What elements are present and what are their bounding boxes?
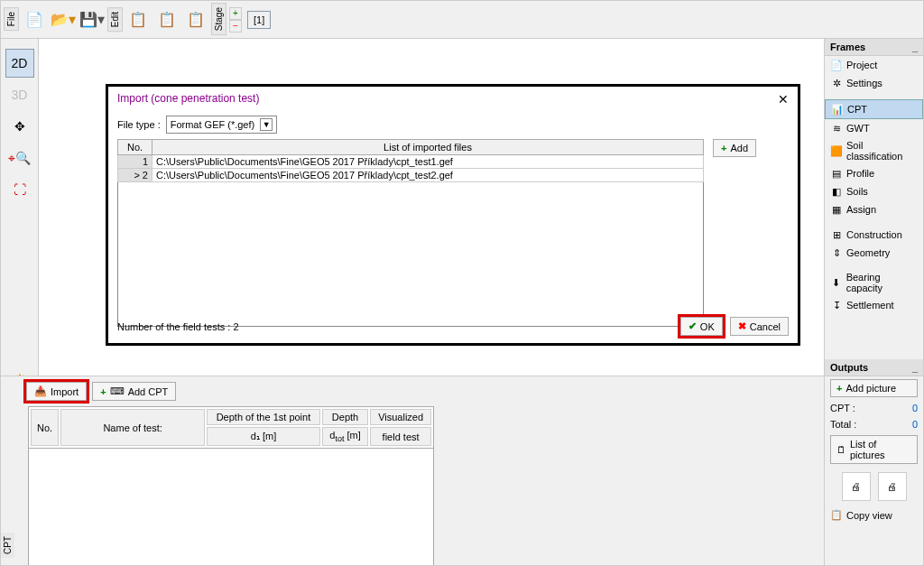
fit-icon[interactable]: ⛶ xyxy=(5,175,34,204)
cpt-count: CPT :0 xyxy=(825,400,923,416)
outputs-header: Outputs_ xyxy=(825,359,923,376)
add-picture-button[interactable]: + Add picture xyxy=(830,379,918,397)
frame-item-geometry[interactable]: ⇕Geometry xyxy=(825,244,923,262)
table-row[interactable]: 1C:\Users\Public\Documents\Fine\GEO5 201… xyxy=(118,155,704,169)
th-dtot-sub: dtot [m] xyxy=(322,427,368,446)
th-d1: Depth of the 1st point xyxy=(207,409,320,425)
frame-item-gwt[interactable]: ≋GWT xyxy=(825,119,923,137)
keyboard-icon: ⌨ xyxy=(110,385,125,397)
th-no: No. xyxy=(31,409,59,446)
field-test-count: Number of the field tests : 2 xyxy=(117,321,239,332)
frame-icon: ✲ xyxy=(830,77,843,89)
frame-icon: ⬇ xyxy=(830,276,843,289)
frame-item-soil-classification[interactable]: 🟧Soil classification xyxy=(825,137,923,164)
edit-tab[interactable]: Edit xyxy=(107,7,123,32)
import-icon: 📥 xyxy=(34,385,47,397)
frame-item-cpt[interactable]: 📊CPT xyxy=(825,99,923,119)
th-vis: Visualized xyxy=(370,409,431,425)
minimize-icon[interactable]: _ xyxy=(912,362,918,373)
th-no: No. xyxy=(118,140,152,155)
frame-item-construction[interactable]: ⊞Construction xyxy=(825,226,923,244)
frame-item-project[interactable]: 📄Project xyxy=(825,56,923,74)
open-icon[interactable]: 📂▾ xyxy=(50,6,77,33)
check-icon: ✔ xyxy=(688,320,697,332)
cpt-toolbar: 📥 Import + ⌨ Add CPT xyxy=(21,376,824,406)
print-icon[interactable]: 🖨 xyxy=(842,472,871,501)
file-type-label: File type : xyxy=(117,119,161,130)
right-panel: Frames_ 📄Project✲Settings📊CPT≋GWT🟧Soil c… xyxy=(824,39,923,565)
th-name: Name of test: xyxy=(60,409,205,446)
plus-icon: + xyxy=(836,383,842,394)
frames-header: Frames_ xyxy=(825,39,923,56)
file-tab[interactable]: File xyxy=(4,7,19,31)
frame-icon: 📊 xyxy=(831,103,844,116)
main-toolbar: File 📄 📂▾ 💾▾ Edit 📋 📋 📋 Stage + − [1] xyxy=(1,1,923,39)
list-icon: 🗒 xyxy=(836,444,846,455)
frame-icon: ◧ xyxy=(830,185,843,198)
stage-indicator[interactable]: [1] xyxy=(247,11,271,29)
th-list: List of imported files xyxy=(152,140,704,155)
table-row[interactable]: > 2C:\Users\Public\Documents\Fine\GEO5 2… xyxy=(118,169,704,182)
view-2d[interactable]: 2D xyxy=(5,49,34,78)
copy2-icon[interactable]: 📋 xyxy=(153,6,180,33)
minimize-icon[interactable]: _ xyxy=(912,42,918,52)
file-list-body xyxy=(117,182,704,327)
frame-icon: ▦ xyxy=(830,203,843,216)
frame-icon: ≋ xyxy=(830,122,843,135)
frame-item-settlement[interactable]: ↧Settlement xyxy=(825,296,923,314)
frame-item-settings[interactable]: ✲Settings xyxy=(825,74,923,92)
stage-add[interactable]: + xyxy=(229,7,242,20)
copy-view-button[interactable]: 📋 Copy view xyxy=(825,506,923,524)
cpt-panel: CPT 📥 Import + ⌨ Add CPT No. Name of tes… xyxy=(1,376,824,565)
frame-icon: ▤ xyxy=(830,167,843,180)
th-dtot: Depth xyxy=(322,409,368,425)
frame-icon: ↧ xyxy=(830,299,843,311)
stage-plusminus: + − xyxy=(229,7,242,32)
frame-icon: ⊞ xyxy=(830,228,843,241)
cpt-table-body xyxy=(28,449,434,566)
cpt-tab[interactable]: CPT xyxy=(1,533,14,558)
plus-icon: + xyxy=(721,143,726,153)
dialog-title: Import (cone penetration test) xyxy=(117,92,259,107)
copy1-icon[interactable]: 📋 xyxy=(125,6,152,33)
save-icon[interactable]: 💾▾ xyxy=(79,6,106,33)
add-button[interactable]: + Add xyxy=(713,139,756,157)
file-type-combo[interactable]: Format GEF (*.gef) ▼ xyxy=(166,116,278,134)
x-icon: ✖ xyxy=(738,320,746,332)
import-file-table: No. List of imported files 1C:\Users\Pub… xyxy=(117,139,704,182)
frame-item-assign[interactable]: ▦Assign xyxy=(825,200,923,218)
stage-remove[interactable]: − xyxy=(229,20,242,32)
cpt-table: No. Name of test: Depth of the 1st point… xyxy=(28,406,434,449)
frame-item-profile[interactable]: ▤Profile xyxy=(825,164,923,182)
list-pictures-button[interactable]: 🗒 List of pictures xyxy=(830,435,918,464)
cancel-button[interactable]: ✖ Cancel xyxy=(730,317,789,336)
view-3d[interactable]: 3D xyxy=(5,80,34,109)
total-count: Total :0 xyxy=(825,416,923,432)
dialog-titlebar: Import (cone penetration test) ✕ xyxy=(108,87,798,112)
close-icon[interactable]: ✕ xyxy=(778,92,789,107)
copy-icon: 📋 xyxy=(830,509,843,521)
printer-row: 🖨 🖨 xyxy=(825,467,923,506)
frame-item-bearing-capacity[interactable]: ⬇Bearing capacity xyxy=(825,269,923,296)
new-icon[interactable]: 📄 xyxy=(21,6,48,33)
frame-icon: 📄 xyxy=(830,59,843,71)
th-d1-sub: d₁ [m] xyxy=(207,427,320,446)
ok-button[interactable]: ✔ OK xyxy=(680,317,723,336)
frame-icon: 🟧 xyxy=(830,144,843,157)
frame-icon: ⇕ xyxy=(830,246,843,259)
zoom-select-icon[interactable]: ⌖🔍 xyxy=(5,144,34,172)
frame-item-soils[interactable]: ◧Soils xyxy=(825,182,923,200)
paste-icon[interactable]: 📋 xyxy=(182,6,209,33)
add-cpt-button[interactable]: + ⌨ Add CPT xyxy=(92,382,176,401)
import-dialog: Import (cone penetration test) ✕ File ty… xyxy=(106,84,800,346)
plus-icon: + xyxy=(100,386,106,397)
import-button[interactable]: 📥 Import xyxy=(26,382,87,401)
print-color-icon[interactable]: 🖨 xyxy=(878,472,907,501)
move-icon[interactable]: ✥ xyxy=(5,112,34,141)
stage-tab[interactable]: Stage xyxy=(211,3,226,35)
chevron-down-icon: ▼ xyxy=(260,118,273,131)
th-vis-sub: field test xyxy=(370,427,431,446)
